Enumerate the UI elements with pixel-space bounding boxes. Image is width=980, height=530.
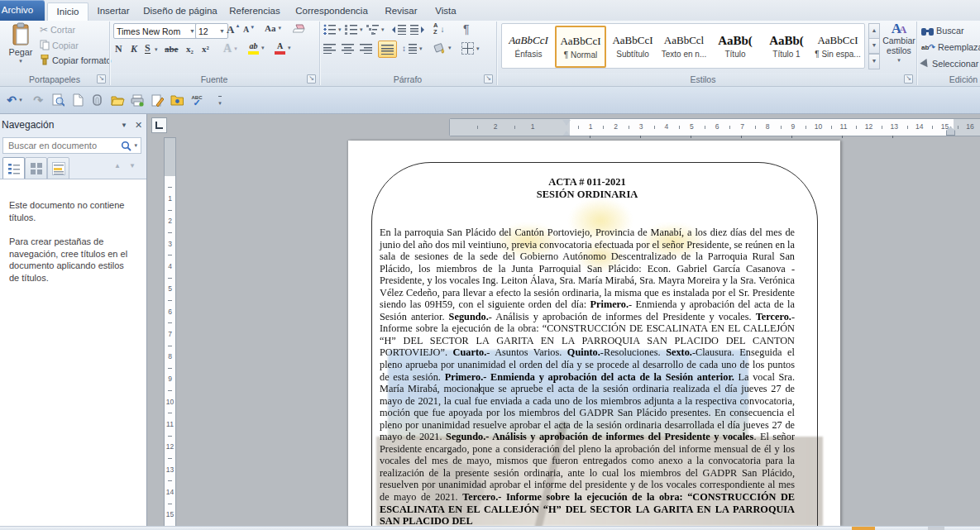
search-input[interactable] bbox=[7, 140, 121, 151]
decrease-indent-button[interactable] bbox=[392, 24, 406, 35]
estilos-dialog-launcher[interactable]: ↘ bbox=[904, 74, 913, 84]
browse-headings-tab[interactable] bbox=[2, 157, 25, 180]
style-card-5[interactable]: AaBb(Título 1 bbox=[762, 26, 811, 66]
search-icon[interactable] bbox=[121, 141, 131, 151]
underline-button[interactable]: S bbox=[145, 43, 151, 54]
next-heading-icon[interactable]: ▼ bbox=[129, 162, 136, 170]
justify-button[interactable] bbox=[378, 41, 397, 58]
align-center-button[interactable] bbox=[342, 43, 354, 54]
bullets-button[interactable]: ▾ bbox=[323, 24, 342, 35]
tab-selector-box[interactable] bbox=[151, 117, 167, 133]
new-document-button[interactable] bbox=[69, 92, 86, 108]
style-card-0[interactable]: AaBbCcIÉnfasis bbox=[504, 26, 553, 66]
quick-print-button[interactable] bbox=[129, 92, 146, 108]
borders-button[interactable]: ▾ bbox=[461, 42, 480, 55]
shrink-font-button[interactable]: A▼ bbox=[243, 25, 255, 34]
tab-referencias[interactable]: Referencias bbox=[223, 2, 286, 20]
folder-button[interactable] bbox=[169, 92, 185, 108]
document-page[interactable]: ACTA # 011-2021 SESIÓN ORDINARIA En la p… bbox=[348, 141, 840, 526]
style-sample: AaBb( bbox=[711, 32, 759, 49]
redo-button[interactable]: ↷ bbox=[30, 92, 46, 108]
multilevel-list-button[interactable]: ▾ bbox=[366, 24, 385, 35]
format-painter-button[interactable]: Copiar formato bbox=[40, 55, 111, 65]
align-right-button[interactable] bbox=[360, 43, 372, 54]
strikethrough-button[interactable]: abe bbox=[165, 44, 179, 54]
superscript-button[interactable]: x² bbox=[202, 44, 209, 54]
tab-insertar[interactable]: Insertar bbox=[89, 2, 137, 20]
style-card-2[interactable]: AaBbCcISubtítulo bbox=[608, 26, 657, 66]
sort-button[interactable]: AZ ↓ bbox=[433, 22, 444, 36]
search-box[interactable]: ▾ bbox=[2, 137, 141, 154]
styles-more-icon[interactable]: ▼ bbox=[868, 54, 880, 69]
parrafo-dialog-launcher[interactable]: ↘ bbox=[484, 74, 493, 84]
find-button[interactable]: Buscar bbox=[921, 26, 964, 36]
underline-dropdown-icon[interactable]: ▾ bbox=[155, 46, 158, 53]
italic-button[interactable]: K bbox=[131, 43, 137, 55]
fuente-dialog-launcher[interactable]: ↘ bbox=[307, 74, 316, 84]
bold-button[interactable]: N bbox=[115, 43, 122, 55]
font-size-dropdown-icon[interactable]: ▼ bbox=[217, 28, 225, 34]
text-effects-button[interactable]: A▾ bbox=[223, 42, 237, 55]
horizontal-ruler[interactable]: 211234567891011121314151617 bbox=[449, 118, 980, 136]
document-paragraph[interactable]: En la parroquia San Plácido del Cantón P… bbox=[380, 227, 795, 526]
customize-qat-button[interactable]: ▾ bbox=[212, 92, 228, 108]
shading-button[interactable]: ▾ bbox=[433, 42, 452, 54]
ruler-top-margin-zone bbox=[165, 138, 175, 176]
portapapeles-dialog-launcher[interactable]: ↘ bbox=[97, 74, 106, 84]
ruler-number: 3 bbox=[639, 122, 643, 131]
increase-indent-button[interactable] bbox=[410, 24, 424, 35]
select-button[interactable]: Seleccionar bbox=[921, 59, 978, 69]
style-card-3[interactable]: AaBbCclTexto en n... bbox=[659, 26, 709, 66]
show-marks-button[interactable]: ¶ bbox=[463, 22, 470, 36]
line-spacing-button[interactable]: ↕▾ bbox=[402, 43, 423, 54]
previous-heading-icon[interactable]: ▲ bbox=[114, 162, 121, 170]
italic-icon: K bbox=[131, 43, 137, 55]
tab-diseno-de-pagina[interactable]: Diseño de página bbox=[139, 2, 222, 20]
first-line-indent-marker[interactable] bbox=[562, 120, 571, 136]
change-styles-button[interactable]: AA Cambiar estilos ▾ bbox=[883, 24, 915, 65]
ruler-tick bbox=[755, 126, 756, 129]
copy-button[interactable]: Copiar bbox=[40, 40, 79, 50]
cut-button[interactable]: ✂ Cortar bbox=[40, 25, 75, 35]
font-name-combo[interactable]: Times New Rom▼ bbox=[113, 23, 198, 39]
print-preview-button[interactable] bbox=[50, 92, 66, 108]
ruler-number: 6 bbox=[165, 308, 175, 316]
styles-scroll-down-icon[interactable]: ▼ bbox=[868, 39, 880, 54]
font-color-button[interactable]: A ▾ bbox=[275, 42, 291, 55]
browse-pages-tab[interactable] bbox=[25, 157, 47, 180]
numbering-button[interactable]: ▾ bbox=[345, 24, 363, 35]
grow-font-button[interactable]: A▲ bbox=[227, 23, 240, 36]
tab-archivo[interactable]: Archivo bbox=[0, 0, 45, 21]
change-case-button[interactable]: Aa▾ bbox=[265, 23, 281, 33]
paste-dropdown-icon[interactable]: ▾ bbox=[19, 58, 22, 64]
tab-revisar[interactable]: Revisar bbox=[377, 2, 425, 20]
font-name-dropdown-icon[interactable]: ▼ bbox=[187, 28, 195, 34]
pane-close-icon[interactable]: ✕ bbox=[135, 114, 142, 136]
tab-vista[interactable]: Vista bbox=[427, 2, 465, 20]
create-headings-hint: Para crear pestañas de navegación, cree … bbox=[9, 236, 135, 284]
font-size-combo[interactable]: 12▼ bbox=[195, 23, 228, 39]
pane-options-dropdown-icon[interactable]: ▼ bbox=[121, 115, 127, 136]
attachment-button[interactable] bbox=[89, 92, 106, 108]
undo-dropdown[interactable]: ▾ bbox=[17, 92, 25, 108]
style-card-1[interactable]: AaBbCcI¶ Normal bbox=[555, 26, 606, 68]
session-type: SESIÓN ORDINARIA bbox=[380, 189, 795, 201]
align-left-button[interactable] bbox=[323, 43, 336, 54]
replace-button[interactable]: ab↷ Reemplazar bbox=[921, 42, 980, 52]
tab-correspondencia[interactable]: Correspondencia bbox=[288, 2, 375, 20]
browse-results-tab[interactable] bbox=[47, 157, 69, 180]
styles-scroll-up-icon[interactable]: ▲ bbox=[868, 23, 880, 39]
edit-button[interactable] bbox=[149, 92, 165, 108]
ruler-tick bbox=[168, 368, 172, 369]
open-button[interactable] bbox=[109, 92, 126, 108]
spelling-button[interactable]: ABC ✓ bbox=[189, 92, 205, 108]
search-options-dropdown-icon[interactable]: ▾ bbox=[134, 142, 137, 149]
tab-inicio[interactable]: Inicio bbox=[47, 2, 88, 21]
clear-formatting-button[interactable] bbox=[293, 23, 305, 33]
paste-button[interactable]: Pegar ▾ bbox=[5, 22, 36, 64]
subscript-button[interactable]: x₂ bbox=[186, 44, 194, 54]
text-highlight-button[interactable]: ab ▾ bbox=[248, 42, 265, 55]
vertical-ruler[interactable]: 123456789101112131415 bbox=[164, 137, 176, 528]
style-card-6[interactable]: AaBbCcI¶ Sin espa... bbox=[813, 26, 863, 66]
style-card-4[interactable]: AaBb(Título bbox=[710, 26, 760, 66]
